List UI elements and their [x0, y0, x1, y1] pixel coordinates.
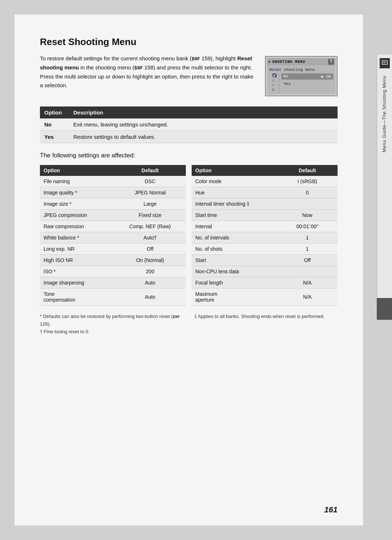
- camera-no-label: No: [283, 74, 288, 79]
- camera-ok-label: ▶ OK: [322, 74, 331, 79]
- table-row: No Exit menu, leaving settings unchanged…: [40, 118, 338, 131]
- option-cell: JPEG compression: [40, 210, 114, 221]
- table-row: Long exp. NR Off: [40, 243, 186, 255]
- option-cell: Start: [192, 255, 277, 266]
- option-cell: Raw compression: [40, 221, 114, 232]
- default-cell: Auto†: [114, 232, 186, 243]
- default-cell: Comp. NEF (Raw): [114, 221, 186, 232]
- option-cell: Interval: [192, 221, 277, 232]
- default-cell: DSC: [114, 176, 186, 187]
- footnotes: * Defaults can also be restored by perfo…: [40, 313, 338, 335]
- description-no: Exit menu, leaving settings unchanged.: [69, 118, 338, 131]
- table-row: Image quality * JPEG Normal: [40, 187, 186, 198]
- span-cell: Non-CPU lens data: [192, 266, 338, 277]
- table-row: Interval timer shooting ‡: [192, 198, 338, 210]
- footnote-left-1: * Defaults can also be restored by perfo…: [40, 313, 183, 328]
- span-cell: Interval timer shooting ‡: [192, 198, 338, 210]
- option-cell: No. of shots: [192, 243, 277, 255]
- right-accent-bar: [377, 298, 392, 320]
- right-tab-label: Menu Guide—The Shooting Menu: [381, 76, 388, 152]
- table1-header-option: Option: [40, 106, 69, 118]
- option-no: No: [40, 118, 69, 131]
- option-cell: High ISO NR: [40, 255, 114, 266]
- table-row: High ISO NR On (Normal): [40, 255, 186, 266]
- default-cell: 1: [277, 232, 338, 243]
- default-cell: 00:01´00″: [277, 221, 338, 232]
- default-cell: JPEG Normal: [114, 187, 186, 198]
- option-cell: File naming: [40, 176, 114, 187]
- menu-icon: [380, 58, 390, 68]
- default-cell: On (Normal): [114, 255, 186, 266]
- table-row: Image size * Large: [40, 198, 186, 210]
- default-cell: 1: [277, 243, 338, 255]
- description-yes: Restore settings to default values.: [69, 131, 338, 143]
- table-row: No. of intervals 1: [192, 232, 338, 243]
- table-row: Start Off: [192, 255, 338, 266]
- option-description-table: Option Description No Exit menu, leaving…: [40, 106, 338, 143]
- table-row: No. of shots 1: [192, 243, 338, 255]
- option-cell: White balance *: [40, 232, 114, 243]
- option-cell: Image sharpening: [40, 277, 114, 289]
- table-row: Focal length N/A: [192, 277, 338, 289]
- table-row: Tonecompensation Auto: [40, 289, 186, 306]
- camera-help-icon: ?: [328, 59, 334, 65]
- intro-section: To restore default settings for the curr…: [40, 54, 338, 96]
- default-cell: N/A: [277, 277, 338, 289]
- table-row: Interval 00:01´00″: [192, 221, 338, 232]
- affected-title: The following settings are affected:: [40, 152, 338, 159]
- default-cell: Now: [277, 210, 338, 221]
- default-cell: Auto: [114, 289, 186, 306]
- default-cell: N/A: [277, 289, 338, 306]
- left-header-option: Option: [40, 165, 114, 176]
- option-cell: Focal length: [192, 277, 277, 289]
- table-row: Color mode I (sRGB): [192, 176, 338, 187]
- default-cell: 200: [114, 266, 186, 277]
- default-cell: I (sRGB): [277, 176, 338, 187]
- option-cell: Start time: [192, 210, 277, 221]
- option-cell: Color mode: [192, 176, 277, 187]
- camera-menu-title: Shooting Menu: [272, 60, 327, 64]
- table1-header-description: Description: [69, 106, 338, 118]
- camera-menu-item: Reset shooting menu: [269, 67, 333, 73]
- table-row: Maximumaperture N/A: [192, 289, 338, 306]
- footnote-right: ‡ Applies to all banks. Shooting ends wh…: [194, 313, 338, 335]
- table-row: Raw compression Comp. NEF (Raw): [40, 221, 186, 232]
- option-cell: No. of intervals: [192, 232, 277, 243]
- footnotes-columns: * Defaults can also be restored by perfo…: [40, 313, 338, 335]
- option-cell: ISO *: [40, 266, 114, 277]
- table-row: File naming DSC: [40, 176, 186, 187]
- page-title: Reset Shooting Menu: [40, 36, 338, 48]
- camera-yes-label: Yes: [281, 81, 333, 87]
- right-header-option: Option: [192, 165, 277, 176]
- option-cell: Long exp. NR: [40, 243, 114, 255]
- camera-screen: ▶ Shooting Menu ? Reset shooting menu 🌠 …: [265, 56, 338, 96]
- table-row: Image sharpening Auto: [40, 277, 186, 289]
- svg-rect-0: [382, 61, 387, 64]
- left-header-default: Default: [114, 165, 186, 176]
- default-cell: 0: [277, 187, 338, 198]
- option-cell: Hue: [192, 187, 277, 198]
- option-cell: Image size *: [40, 198, 114, 210]
- table-row: Start time Now: [192, 210, 338, 221]
- right-header-default: Default: [277, 165, 338, 176]
- page-number: 161: [324, 505, 338, 515]
- settings-table-left: Option Default File naming DSC Image qua…: [40, 165, 186, 306]
- table-row: Non-CPU lens data: [192, 266, 338, 277]
- settings-tables-wrapper: Option Default File naming DSC Image qua…: [40, 165, 338, 306]
- default-cell: Auto: [114, 277, 186, 289]
- table-row: JPEG compression Fixed size: [40, 210, 186, 221]
- table-row: White balance * Auto†: [40, 232, 186, 243]
- option-cell: Maximumaperture: [192, 289, 277, 306]
- default-cell: Off: [277, 255, 338, 266]
- option-yes: Yes: [40, 131, 69, 143]
- default-cell: Fixed size: [114, 210, 186, 221]
- table-row: Yes Restore settings to default values.: [40, 131, 338, 143]
- settings-table-right: Option Default Color mode I (sRGB) Hue 0…: [192, 165, 338, 306]
- default-cell: Off: [114, 243, 186, 255]
- intro-text-block: To restore default settings for the curr…: [40, 54, 254, 96]
- camera-screenshot: ▶ Shooting Menu ? Reset shooting menu 🌠 …: [265, 56, 338, 96]
- option-cell: Image quality *: [40, 187, 114, 198]
- footnote-left-2: † Fine tuning reset to 0.: [40, 328, 183, 336]
- right-sidebar-tab: Menu Guide—The Shooting Menu: [377, 55, 392, 309]
- footnote-left: * Defaults can also be restored by perfo…: [40, 313, 183, 335]
